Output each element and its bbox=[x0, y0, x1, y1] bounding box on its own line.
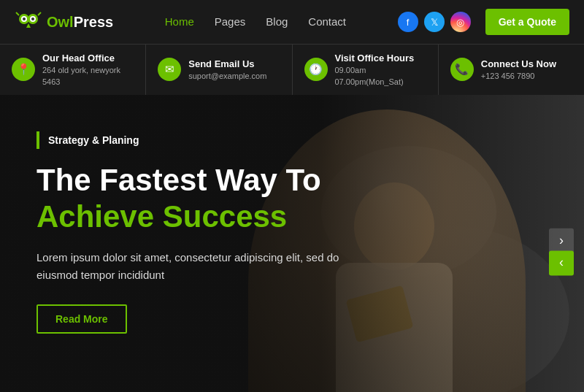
svg-line-8 bbox=[38, 12, 41, 15]
info-email: ✉ Send Email Us suport@example.com bbox=[146, 45, 292, 95]
nav-item-pages[interactable]: Pages bbox=[215, 15, 246, 28]
info-head-office-sub: 264 old york, newyork 5463 bbox=[42, 65, 134, 88]
facebook-icon[interactable]: f bbox=[398, 12, 418, 32]
svg-point-5 bbox=[31, 18, 34, 20]
navbar: OwlPress Home Pages Blog Contact f 𝕏 ◎ G… bbox=[0, 0, 584, 44]
info-email-sub: suport@example.com bbox=[188, 71, 266, 82]
info-email-title: Send Email Us bbox=[188, 58, 266, 71]
instagram-icon[interactable]: ◎ bbox=[450, 12, 471, 32]
info-phone-title: Connect Us Now bbox=[481, 58, 556, 71]
logo-text: OwlPress bbox=[47, 14, 113, 31]
nav-item-home[interactable]: Home bbox=[165, 15, 194, 28]
email-icon: ✉ bbox=[158, 58, 181, 81]
svg-line-7 bbox=[16, 12, 19, 15]
clock-icon: 🕐 bbox=[304, 58, 328, 81]
nav-item-contact[interactable]: Contact bbox=[308, 15, 346, 28]
read-more-button[interactable]: Read More bbox=[36, 304, 127, 334]
hero-section: Strategy & Planing The Fastest Way To Ac… bbox=[0, 95, 584, 392]
svg-marker-6 bbox=[26, 23, 31, 28]
slider-prev-button[interactable]: ‹ bbox=[549, 250, 574, 275]
info-bar: 📍 Our Head Office 264 old york, newyork … bbox=[0, 44, 584, 95]
get-quote-button[interactable]: Get a Quote bbox=[485, 9, 569, 35]
info-phone: 📞 Connect Us Now +123 456 7890 bbox=[439, 45, 584, 95]
social-icons: f 𝕏 ◎ bbox=[398, 12, 471, 32]
logo[interactable]: OwlPress bbox=[15, 12, 113, 32]
hero-description: Lorem ipsum dolor sit amet, consectetur … bbox=[36, 249, 372, 284]
hero-content: Strategy & Planing The Fastest Way To Ac… bbox=[0, 95, 584, 334]
nav-menu: Home Pages Blog Contact bbox=[165, 15, 346, 28]
info-head-office-title: Our Head Office bbox=[42, 52, 134, 65]
slider-next-button[interactable]: › bbox=[549, 228, 574, 253]
svg-point-4 bbox=[23, 18, 26, 20]
info-head-office: 📍 Our Head Office 264 old york, newyork … bbox=[0, 45, 146, 95]
location-icon: 📍 bbox=[12, 58, 35, 81]
hero-title-line2: Achieve Success bbox=[36, 199, 548, 235]
owl-logo-icon bbox=[15, 12, 42, 32]
nav-item-blog[interactable]: Blog bbox=[266, 15, 288, 28]
info-hours-title: Visit Office Hours bbox=[335, 52, 426, 65]
info-phone-sub: +123 456 7890 bbox=[481, 71, 556, 82]
hero-tag: Strategy & Planing bbox=[36, 131, 147, 149]
twitter-icon[interactable]: 𝕏 bbox=[424, 12, 445, 32]
info-hours: 🕐 Visit Office Hours 09.00am 07.00pm(Mon… bbox=[293, 45, 439, 95]
phone-icon: 📞 bbox=[450, 58, 474, 81]
hero-title-line1: The Fastest Way To bbox=[36, 162, 548, 199]
info-hours-sub: 09.00am 07.00pm(Mon_Sat) bbox=[335, 65, 426, 88]
